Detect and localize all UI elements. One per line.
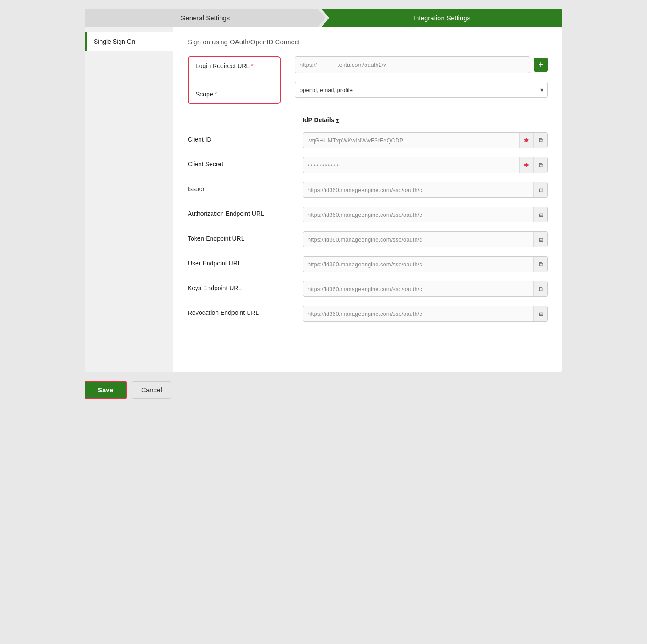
revocation-endpoint-row: Revocation Endpoint URL ⧉ (188, 306, 548, 322)
content-subtitle: Sign on using OAuth/OpenID Connect (188, 38, 548, 46)
sidebar-item-label: Single Sign On (94, 38, 135, 45)
sidebar: Single Sign On (85, 27, 173, 372)
revocation-endpoint-copy-button[interactable]: ⧉ (533, 306, 547, 321)
copy-icon: ⧉ (539, 285, 543, 293)
sidebar-item-sso[interactable]: Single Sign On (85, 32, 173, 51)
magic-icon: ✱ (524, 137, 529, 144)
client-id-input-wrap: ✱ ⧉ (303, 132, 548, 148)
client-id-magic-button[interactable]: ✱ (519, 133, 533, 148)
copy-icon: ⧉ (539, 310, 543, 318)
idp-toggle-label: IdP Details (303, 116, 334, 123)
idp-fields: Client ID ✱ ⧉ Client Secret (188, 132, 548, 322)
login-redirect-url-input[interactable] (295, 57, 530, 73)
issuer-copy-button[interactable]: ⧉ (533, 182, 547, 197)
auth-endpoint-copy-button[interactable]: ⧉ (533, 207, 547, 222)
client-id-label: Client ID (188, 132, 303, 143)
client-id-input[interactable] (303, 134, 519, 146)
scope-select[interactable]: openid, email, profile (295, 82, 548, 98)
user-endpoint-label: User Endpoint URL (188, 256, 303, 267)
scope-label-wrap: Scope* (196, 91, 273, 98)
highlighted-labels: Login Redirect URL* Scope* (188, 56, 281, 104)
tab-general-label: General Settings (181, 14, 230, 22)
revocation-endpoint-input-wrap: ⧉ (303, 306, 548, 322)
copy-icon: ⧉ (539, 161, 543, 169)
client-secret-input-wrap: ✱ ⧉ (303, 157, 548, 173)
client-secret-input[interactable] (303, 159, 519, 171)
copy-icon: ⧉ (539, 261, 543, 268)
copy-icon: ⧉ (539, 236, 543, 243)
tab-bar: General Settings Integration Settings (85, 9, 562, 27)
keys-endpoint-input[interactable] (303, 283, 533, 295)
auth-endpoint-input[interactable] (303, 209, 533, 221)
idp-details-toggle[interactable]: IdP Details ▾ (303, 116, 548, 123)
token-endpoint-label: Token Endpoint URL (188, 231, 303, 242)
keys-endpoint-row: Keys Endpoint URL ⧉ (188, 281, 548, 297)
client-secret-copy-button[interactable]: ⧉ (533, 157, 547, 172)
auth-endpoint-row: Authorization Endpoint URL ⧉ (188, 207, 548, 222)
issuer-row: Issuer ⧉ (188, 182, 548, 198)
user-endpoint-row: User Endpoint URL ⧉ (188, 256, 548, 272)
issuer-input[interactable] (303, 184, 533, 196)
tab-integration[interactable]: Integration Settings (321, 9, 562, 27)
auth-endpoint-label: Authorization Endpoint URL (188, 207, 303, 217)
add-icon: + (538, 60, 543, 70)
scope-label: Scope (196, 91, 213, 98)
main-card: Single Sign On Sign on using OAuth/OpenI… (85, 27, 562, 372)
cancel-button[interactable]: Cancel (132, 381, 171, 399)
user-endpoint-copy-button[interactable]: ⧉ (533, 257, 547, 272)
footer: Save Cancel (85, 372, 562, 403)
copy-icon: ⧉ (539, 186, 543, 194)
user-endpoint-input[interactable] (303, 258, 533, 270)
login-redirect-url-row: + (295, 56, 548, 73)
save-button[interactable]: Save (85, 381, 127, 399)
client-secret-row: Client Secret ✱ ⧉ (188, 157, 548, 173)
scope-select-wrap[interactable]: openid, email, profile ▾ (295, 82, 548, 98)
token-endpoint-copy-button[interactable]: ⧉ (533, 232, 547, 247)
copy-icon: ⧉ (539, 137, 543, 144)
token-endpoint-row: Token Endpoint URL ⧉ (188, 231, 548, 247)
content-area: Sign on using OAuth/OpenID Connect Login… (173, 27, 562, 372)
login-redirect-url-label-wrap: Login Redirect URL* (196, 62, 273, 69)
revocation-endpoint-input[interactable] (303, 308, 533, 320)
auth-endpoint-input-wrap: ⧉ (303, 207, 548, 222)
scope-required: * (215, 91, 217, 98)
token-endpoint-input-wrap: ⧉ (303, 231, 548, 247)
client-id-copy-button[interactable]: ⧉ (533, 133, 547, 148)
magic-icon: ✱ (524, 162, 529, 169)
keys-endpoint-label: Keys Endpoint URL (188, 281, 303, 291)
add-url-button[interactable]: + (534, 58, 548, 72)
copy-icon: ⧉ (539, 211, 543, 218)
issuer-label: Issuer (188, 182, 303, 192)
issuer-input-wrap: ⧉ (303, 182, 548, 198)
save-label: Save (98, 386, 113, 394)
token-endpoint-input[interactable] (303, 234, 533, 245)
user-endpoint-input-wrap: ⧉ (303, 256, 548, 272)
revocation-endpoint-label: Revocation Endpoint URL (188, 306, 303, 316)
keys-endpoint-copy-button[interactable]: ⧉ (533, 281, 547, 296)
login-redirect-url-input-wrap (295, 56, 530, 73)
client-secret-magic-button[interactable]: ✱ (519, 157, 533, 172)
client-secret-label: Client Secret (188, 157, 303, 168)
cancel-label: Cancel (141, 386, 162, 394)
tab-general[interactable]: General Settings (85, 9, 326, 27)
idp-arrow-icon: ▾ (336, 117, 339, 123)
login-redirect-url-required: * (251, 62, 253, 69)
tab-integration-label: Integration Settings (413, 14, 470, 22)
highlighted-inputs: + openid, email, profile ▾ (295, 56, 548, 98)
keys-endpoint-input-wrap: ⧉ (303, 281, 548, 297)
client-id-row: Client ID ✱ ⧉ (188, 132, 548, 148)
login-redirect-url-label: Login Redirect URL (196, 62, 250, 69)
